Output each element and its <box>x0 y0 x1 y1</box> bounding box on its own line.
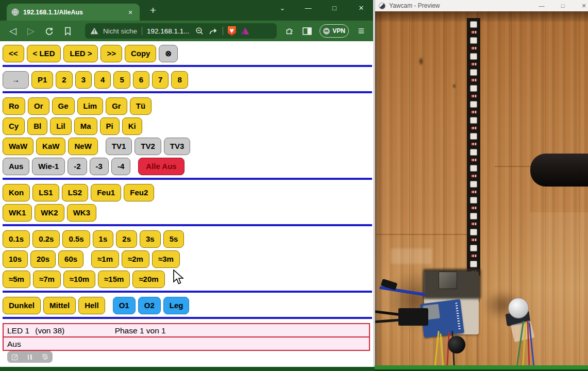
browser-close-button[interactable]: ✕ <box>351 1 371 14</box>
btn-ge[interactable]: Ge <box>52 97 75 115</box>
btn-tv1[interactable]: TV1 <box>106 138 132 155</box>
btn-nav-first[interactable]: << <box>3 45 24 62</box>
menu-hamburger-icon[interactable]: ≡ <box>352 22 370 40</box>
tab-close-icon[interactable]: × <box>126 8 135 17</box>
btn-copy[interactable]: Copy <box>125 45 157 62</box>
btn-2[interactable]: -2 <box>68 158 87 175</box>
btn-program-1[interactable]: P1 <box>31 71 53 89</box>
reload-button[interactable] <box>40 22 58 40</box>
btn-pi[interactable]: Pi <box>100 117 120 135</box>
sidebar-icon[interactable] <box>298 22 316 40</box>
extensions-puzzle-icon[interactable] <box>281 22 298 40</box>
btn-new[interactable]: NeW <box>68 138 97 155</box>
btn-0-1s[interactable]: 0.1s <box>3 230 30 248</box>
btn-o1[interactable]: O1 <box>113 297 136 314</box>
btn-or[interactable]: Or <box>28 97 49 115</box>
btn-5m[interactable]: ≈5m <box>3 271 30 288</box>
btn-wie-1[interactable]: Wie-1 <box>32 158 65 175</box>
btn-program-3[interactable]: 3 <box>75 71 92 89</box>
btn-ro[interactable]: Ro <box>3 97 25 115</box>
btn-wk2[interactable]: WK2 <box>35 204 64 222</box>
led-control-page: <<< LEDLED >>>Copy⊗ →P12345678 RoOrGeLim… <box>0 41 373 367</box>
btn-gr[interactable]: Gr <box>106 97 127 115</box>
btn-2m[interactable]: ≈2m <box>122 250 149 268</box>
btn-program-4[interactable]: 4 <box>94 71 111 89</box>
btn-feu1[interactable]: Feu1 <box>91 184 121 201</box>
btn-dunkel[interactable]: Dunkel <box>3 297 41 314</box>
address-bar[interactable]: Nicht siche 192.168.1.1... <box>85 23 277 39</box>
btn-kon[interactable]: Kon <box>3 184 30 201</box>
browser-tab[interactable]: 192.168.1.1/AlleAus × <box>7 4 140 21</box>
btn-1s[interactable]: 1s <box>93 230 114 248</box>
btn-leg[interactable]: Leg <box>163 297 190 314</box>
btn-kaw[interactable]: KaW <box>36 138 65 155</box>
btn-4[interactable]: -4 <box>111 158 130 175</box>
btn-clear[interactable]: ⊗ <box>159 45 178 62</box>
btn-led-next[interactable]: LED > <box>63 45 98 62</box>
back-button[interactable]: ◁ <box>4 22 22 40</box>
btn-program-8[interactable]: 8 <box>171 71 188 89</box>
btn-1m[interactable]: ≈1m <box>91 250 119 268</box>
btn-lim[interactable]: Lim <box>77 97 104 115</box>
btn-o2[interactable]: O2 <box>138 297 161 314</box>
btn-10s[interactable]: 10s <box>3 250 28 268</box>
btn-7m[interactable]: ≈7m <box>33 271 61 288</box>
browser-maximize-button[interactable]: □ <box>325 1 344 14</box>
btn-aus[interactable]: Aus <box>3 158 29 175</box>
btn-2s[interactable]: 2s <box>116 230 137 248</box>
btn-20s[interactable]: 20s <box>30 250 56 268</box>
brave-shield-icon[interactable] <box>228 26 236 36</box>
camera-off-icon[interactable] <box>40 353 49 361</box>
btn-lil[interactable]: Lil <box>50 117 72 135</box>
btn-bl[interactable]: Bl <box>27 117 47 135</box>
btn-cy[interactable]: Cy <box>3 117 25 135</box>
btn-program-2[interactable]: 2 <box>56 71 72 89</box>
btn-hell[interactable]: Hell <box>78 297 105 314</box>
btn-ls1[interactable]: LS1 <box>32 184 59 201</box>
btn-3s[interactable]: 3s <box>140 230 161 248</box>
btn-20m[interactable]: ≈20m <box>132 271 164 288</box>
yawcam-minimize-button[interactable]: — <box>534 0 549 11</box>
btn-ls2[interactable]: LS2 <box>62 184 89 201</box>
share-icon[interactable] <box>209 27 218 35</box>
btn-program-6[interactable]: 6 <box>133 71 149 89</box>
btn-mittel[interactable]: Mittel <box>43 297 76 314</box>
browser-minimize-button[interactable]: — <box>298 1 318 14</box>
btn-led-prev[interactable]: < LED <box>27 45 61 62</box>
btn-ma[interactable]: Ma <box>74 117 97 135</box>
btn-program-5[interactable]: 5 <box>113 71 130 89</box>
zoom-out-icon[interactable] <box>195 27 204 36</box>
btn-nav-last[interactable]: >> <box>100 45 122 62</box>
browser-chevron-icon[interactable]: ⌄ <box>273 1 292 14</box>
pause-icon[interactable] <box>25 353 35 361</box>
btn-5s[interactable]: 5s <box>163 230 184 248</box>
vpn-button[interactable]: VPN <box>320 24 349 38</box>
btn-waw[interactable]: WaW <box>3 138 33 155</box>
yawcam-title-bar[interactable]: Yawcam - Preview — □ ✕ <box>375 0 588 11</box>
forward-button[interactable]: ▷ <box>22 22 40 40</box>
btn-15m[interactable]: ≈15m <box>98 271 130 288</box>
annotate-icon[interactable] <box>10 353 20 361</box>
led-solder-pads <box>471 191 477 193</box>
btn-tü[interactable]: Tü <box>130 97 152 115</box>
btn-10m[interactable]: ≈10m <box>63 271 95 288</box>
btn-0-5s[interactable]: 0.5s <box>62 230 90 248</box>
btn-program-7[interactable]: 7 <box>152 71 169 89</box>
new-tab-button[interactable]: + <box>146 3 160 18</box>
btn-ki[interactable]: Ki <box>122 117 142 135</box>
yawcam-close-button[interactable]: ✕ <box>576 0 588 11</box>
btn-apply-arrow[interactable]: → <box>3 71 29 89</box>
btn-0-2s[interactable]: 0.2s <box>32 230 60 248</box>
btn-wk1[interactable]: WK1 <box>3 204 32 222</box>
btn-3[interactable]: -3 <box>90 158 109 175</box>
btn-feu2[interactable]: Feu2 <box>124 184 154 201</box>
btn-alle-aus[interactable]: Alle Aus <box>138 158 184 175</box>
bookmark-icon[interactable] <box>59 22 76 40</box>
btn-tv3[interactable]: TV3 <box>164 138 191 155</box>
btn-3m[interactable]: ≈3m <box>152 250 180 268</box>
btn-wk3[interactable]: WK3 <box>67 204 96 222</box>
brave-rewards-icon[interactable] <box>241 27 249 35</box>
yawcam-maximize-button[interactable]: □ <box>555 0 570 11</box>
btn-tv2[interactable]: TV2 <box>135 138 161 155</box>
btn-60s[interactable]: 60s <box>58 250 83 268</box>
